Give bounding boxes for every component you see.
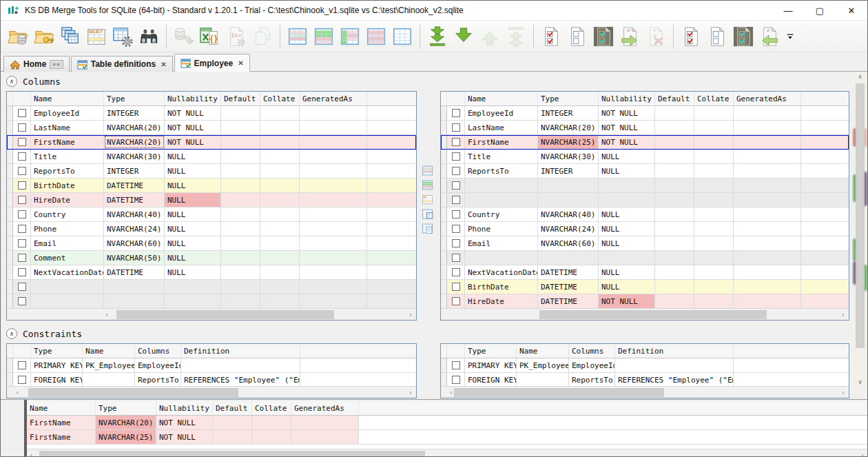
grid-cell[interactable]: NOT NULL	[156, 430, 213, 444]
row-checkbox[interactable]	[18, 167, 26, 175]
table-row[interactable]: BirthDateDATETIMENULL	[441, 280, 849, 294]
grid-cell[interactable]	[694, 106, 734, 120]
grid-cell[interactable]	[221, 179, 260, 192]
open-with-credentials-button[interactable]	[31, 24, 57, 49]
table-row[interactable]: EmailNVARCHAR(60)NULL	[441, 236, 849, 251]
grid-cell[interactable]	[221, 265, 260, 279]
scroll-left-arrow[interactable]: ‹	[105, 309, 110, 320]
table-row[interactable]: EmployeeIdINTEGERNOT NULL	[7, 106, 416, 121]
table-row[interactable]: FOREIGN KEYReportsToREFERENCES "Employee…	[7, 373, 416, 387]
scroll-up-arrow[interactable]: ∧	[853, 73, 867, 80]
grid-cell[interactable]	[31, 294, 104, 308]
grid-cell[interactable]	[655, 193, 694, 207]
grid-cell[interactable]: BirthDate	[465, 280, 538, 294]
grid-cell[interactable]: Title	[465, 150, 538, 163]
grid-cell[interactable]: NOT NULL	[165, 135, 221, 149]
table-row[interactable]: HireDateDATETIMENULL	[7, 193, 416, 207]
grid-cell[interactable]	[300, 265, 367, 279]
row-checkbox[interactable]	[18, 123, 26, 132]
close-all-tabs-button[interactable]: ××	[50, 60, 63, 69]
grid-cell[interactable]: DATETIME	[538, 265, 599, 279]
grid-cell[interactable]	[734, 164, 801, 178]
column-header[interactable]: GeneratedAs	[300, 92, 367, 105]
grid-cell[interactable]	[221, 236, 260, 250]
grid-cell[interactable]	[694, 164, 734, 178]
grid-cell[interactable]	[655, 265, 694, 279]
column-header[interactable]: Collate	[260, 92, 300, 105]
grid-cell[interactable]: NULL	[165, 164, 221, 178]
close-tab-button[interactable]: ✕	[238, 59, 243, 67]
grid-cell[interactable]: INTEGER	[104, 164, 165, 178]
grid-cell[interactable]: REFERENCES "Employee" ("EmployeeId") ON	[615, 373, 734, 387]
grid-cell[interactable]	[655, 179, 694, 192]
row-checkbox[interactable]	[452, 138, 460, 146]
column-header[interactable]: GeneratedAs	[291, 401, 359, 415]
table-row[interactable]: HireDateDATETIMENOT NULL	[441, 294, 849, 309]
grid-cell[interactable]	[260, 265, 300, 279]
grid-cell[interactable]: NOT NULL	[599, 135, 655, 149]
row-checkbox[interactable]	[18, 297, 26, 305]
grid-cell[interactable]: PK_Employee	[83, 358, 135, 372]
column-header[interactable]: Collate	[694, 92, 734, 105]
grid-cell[interactable]	[165, 280, 221, 294]
grid-cell[interactable]: PRIMARY KEY	[31, 358, 83, 372]
grid-cell[interactable]: NVARCHAR(25)	[538, 135, 599, 149]
grid-cell[interactable]: NVARCHAR(50)	[104, 251, 165, 265]
row-checkbox[interactable]	[452, 297, 460, 305]
grid-cell[interactable]: NVARCHAR(24)	[538, 222, 599, 236]
grid-cell[interactable]: NextVacationDate	[31, 265, 104, 279]
grid-cell[interactable]: EmployeeId	[465, 106, 538, 120]
grid-cell[interactable]: NULL	[165, 193, 221, 207]
grid-cell[interactable]: EmployeeId	[569, 358, 615, 372]
grid-cell[interactable]	[300, 207, 367, 221]
diff-map-scrollbar[interactable]: ∧∨	[853, 72, 867, 391]
column-header[interactable]: Type	[31, 344, 83, 358]
grid-cell[interactable]	[260, 294, 300, 308]
grid-cell[interactable]	[694, 193, 734, 207]
grid-cell[interactable]: NOT NULL	[599, 121, 655, 134]
grid-cell[interactable]	[260, 193, 300, 207]
grid-cell[interactable]: NULL	[165, 222, 221, 236]
row-checkbox[interactable]	[18, 268, 26, 276]
show-different-rows-button[interactable]	[285, 24, 311, 49]
grid-cell[interactable]: DATETIME	[104, 193, 165, 207]
row-checkbox[interactable]	[452, 167, 460, 175]
grid-cell[interactable]	[734, 106, 801, 120]
row-checkbox[interactable]	[452, 361, 460, 369]
grid-cell[interactable]	[31, 280, 104, 294]
grid-cell[interactable]: NULL	[599, 265, 655, 279]
grid-cell[interactable]	[260, 222, 300, 236]
column-header[interactable]: Nullability	[599, 92, 655, 105]
grid-cell[interactable]	[104, 280, 165, 294]
invert-checked-right-button[interactable]	[730, 24, 756, 49]
grid-cell[interactable]	[213, 416, 252, 429]
scrollbar-thumb[interactable]	[539, 310, 767, 319]
grid-cell[interactable]: FOREIGN KEY	[465, 373, 517, 387]
table-row[interactable]: CommentNVARCHAR(50)NULL	[7, 251, 416, 265]
grid-cell[interactable]: FOREIGN KEY	[31, 373, 83, 387]
scrollbar-thumb[interactable]	[39, 451, 425, 457]
diff-map-thumb[interactable]	[856, 83, 865, 348]
grid-cell[interactable]: NVARCHAR(30)	[104, 150, 165, 163]
grid-cell[interactable]	[300, 294, 367, 308]
grid-cell[interactable]: INTEGER	[538, 106, 599, 120]
mid-select-query-button[interactable]: SEL	[420, 192, 435, 206]
table-row[interactable]: EmployeeIdINTEGERNOT NULL	[441, 106, 849, 121]
grid-cell[interactable]	[252, 416, 291, 429]
grid-cell[interactable]: ReportsTo	[569, 373, 615, 387]
column-header[interactable]: Nullability	[156, 401, 213, 415]
grid-cell[interactable]	[734, 294, 801, 308]
grid-cell[interactable]: NVARCHAR(20)	[538, 121, 599, 134]
grid-cell[interactable]	[734, 150, 801, 163]
column-header[interactable]: Definition	[615, 344, 734, 358]
row-checkbox[interactable]	[18, 239, 26, 247]
grid-cell[interactable]	[221, 207, 260, 221]
grid-cell[interactable]	[300, 251, 367, 265]
grid-cell[interactable]	[694, 294, 734, 308]
apply-checked-to-left-button[interactable]	[756, 24, 783, 49]
grid-cell[interactable]	[655, 207, 694, 221]
grid-cell[interactable]: NVARCHAR(60)	[538, 236, 599, 250]
grid-cell[interactable]: FirstName	[27, 430, 96, 444]
horizontal-scrollbar[interactable]: ‹›	[441, 386, 849, 398]
grid-cell[interactable]	[694, 150, 734, 163]
